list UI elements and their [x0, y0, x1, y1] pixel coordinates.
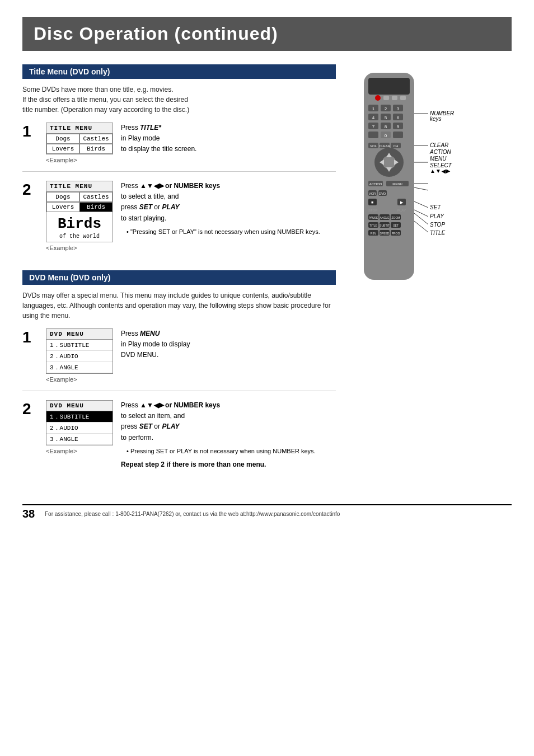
svg-text:1: 1 [372, 106, 375, 111]
page-number: 38 [22, 508, 39, 520]
svg-text:ANGLE: ANGLE [380, 216, 390, 219]
right-column: 1 2 3 4 5 6 7 8 9 0 VOL CLEAR CH [347, 64, 470, 487]
menu-key: MENU [140, 330, 160, 337]
footer-contact: For assistance, please call : 1-800-211-… [45, 511, 340, 517]
svg-text:MENU: MENU [392, 182, 402, 186]
step2-description: Press ▲▼◀▶ or NUMBER keys to select a ti… [121, 181, 336, 237]
svg-rect-3 [383, 96, 389, 100]
step2-screen-wrapper: TITLE MENU Dogs Castles Lovers Birds Bir… [46, 181, 113, 251]
dvd-item-1: 1．SUBTITLE [46, 340, 113, 351]
step2-big-birds: Birds [46, 212, 113, 233]
svg-text:9: 9 [397, 124, 400, 129]
svg-text:▲▼◀▶: ▲▼◀▶ [430, 168, 451, 174]
svg-text:MENU: MENU [430, 156, 447, 162]
dvd-step1-example: <Example> [46, 376, 113, 383]
dvd2-play-key: PLAY [162, 422, 179, 430]
step1-screen-grid: Dogs Castles Lovers Birds [46, 134, 113, 154]
s2-cell-birds: Birds [79, 202, 113, 212]
dvd-step2: 2 DVD MENU 1．SUBTITLE 2．AUDIO 3．ANGLE <E… [22, 400, 336, 478]
dvd-step2-screen-wrapper: DVD MENU 1．SUBTITLE 2．AUDIO 3．ANGLE <Exa… [46, 400, 113, 454]
section-dvd-menu: DVD Menu (DVD only) DVDs may offer a spe… [22, 270, 336, 478]
step1: 1 TITLE MENU Dogs Castles Lovers Birds [22, 123, 336, 172]
screen-cell-lovers: Lovers [46, 144, 79, 154]
page-footer: 38 For assistance, please call : 1-800-2… [22, 504, 512, 520]
dvd2-item-2: 2．AUDIO [46, 422, 113, 434]
step1-screen: TITLE MENU Dogs Castles Lovers Birds [46, 123, 113, 154]
svg-text:CH: CH [394, 144, 399, 148]
svg-text:2: 2 [385, 106, 387, 111]
step1-description: Press TITLE* in Play mode to display the… [121, 123, 336, 155]
step1-example: <Example> [46, 157, 113, 163]
dvd-step1-screen-title: DVD MENU [46, 329, 113, 340]
s2-cell-dogs: Dogs [46, 192, 79, 202]
svg-text:ACTION: ACTION [369, 182, 382, 186]
svg-text:CLEAR: CLEAR [430, 142, 448, 148]
dvd2-item-1: 1．SUBTITLE [46, 411, 113, 422]
dvd-step1-screen: DVD MENU 1．SUBTITLE 2．AUDIO 3．ANGLE [46, 328, 113, 374]
svg-text:DVD: DVD [379, 192, 386, 195]
dvd2-set-key: SET [139, 422, 152, 430]
page: Disc Operation (continued) Title Menu (D… [0, 0, 534, 756]
section-title-menu-header: Title Menu (DVD only) [22, 64, 336, 79]
dvd-step2-screen-title: DVD MENU [46, 401, 113, 411]
svg-rect-15 [368, 132, 378, 138]
step1-screen-wrapper: TITLE MENU Dogs Castles Lovers Birds <Ex… [46, 123, 113, 163]
dvd2-arrows-key: ▲▼◀▶ [140, 401, 163, 409]
svg-text:7: 7 [372, 124, 375, 129]
svg-text:SET: SET [430, 204, 441, 210]
dvd-step1-description: Press MENU in Play mode to display DVD M… [121, 328, 336, 361]
svg-point-35 [382, 156, 396, 169]
svg-text:5: 5 [385, 115, 387, 120]
dvd-item-3: 3．ANGLE [46, 362, 113, 373]
arrows-key: ▲▼◀▶ [140, 182, 163, 190]
svg-text:PROG: PROG [392, 232, 400, 235]
dvd-step2-repeat: Repeat step 2 if there is more than one … [121, 459, 336, 470]
remote-wrapper: 1 2 3 4 5 6 7 8 9 0 VOL CLEAR CH [347, 70, 459, 307]
svg-text:PLAY: PLAY [397, 209, 406, 212]
svg-text:VCR: VCR [369, 192, 376, 195]
svg-line-78 [414, 210, 428, 217]
svg-text:■: ■ [371, 200, 373, 204]
main-title: Disc Operation (continued) [22, 17, 512, 51]
svg-text:0: 0 [385, 133, 387, 138]
step2: 2 TITLE MENU Dogs Castles Lovers Birds [22, 181, 336, 259]
step2-content: TITLE MENU Dogs Castles Lovers Birds Bir… [46, 181, 336, 251]
dvd-step2-screen: DVD MENU 1．SUBTITLE 2．AUDIO 3．ANGLE [46, 400, 113, 445]
step1-screen-title: TITLE MENU [46, 123, 113, 134]
svg-text:SUBTIT: SUBTIT [380, 224, 390, 227]
svg-text:REV: REV [371, 232, 377, 235]
svg-text:STOP: STOP [368, 209, 377, 212]
dvd2-number-keys-label: or NUMBER keys [163, 401, 220, 409]
svg-text:4: 4 [372, 115, 375, 120]
dvd-step1-screen-wrapper: DVD MENU 1．SUBTITLE 2．AUDIO 3．ANGLE <Exa… [46, 328, 113, 383]
svg-rect-5 [400, 96, 406, 100]
dvd-step1-content: DVD MENU 1．SUBTITLE 2．AUDIO 3．ANGLE <Exa… [46, 328, 336, 383]
section-title-menu-intro: Some DVDs have more than one title, e.g.… [22, 84, 336, 115]
svg-text:STOP: STOP [430, 222, 445, 228]
screen-cell-castles: Castles [79, 134, 113, 144]
svg-text:TITLE: TITLE [369, 224, 377, 227]
left-column: Title Menu (DVD only) Some DVDs have mor… [22, 64, 336, 487]
content-area: Title Menu (DVD only) Some DVDs have mor… [22, 64, 512, 487]
svg-text:VOL: VOL [370, 144, 377, 148]
dvd-step2-example: <Example> [46, 448, 113, 454]
svg-text:8: 8 [385, 124, 387, 129]
dvd-step1-number: 1 [22, 330, 38, 383]
svg-text:ZOOM: ZOOM [392, 216, 400, 219]
step2-screen: TITLE MENU Dogs Castles Lovers Birds Bir… [46, 181, 113, 242]
svg-point-2 [375, 95, 381, 101]
svg-text:SPEED: SPEED [380, 232, 390, 235]
step1-number: 1 [22, 124, 38, 163]
screen-cell-birds: Birds [79, 144, 113, 154]
svg-text:6: 6 [397, 115, 400, 120]
svg-line-75 [414, 187, 428, 190]
svg-text:3: 3 [397, 106, 400, 111]
dvd-step1: 1 DVD MENU 1．SUBTITLE 2．AUDIO 3．ANGLE <E… [22, 328, 336, 391]
section-title-menu: Title Menu (DVD only) Some DVDs have mor… [22, 64, 336, 259]
dvd-step2-number: 2 [22, 401, 38, 471]
dvd-step2-description: Press ▲▼◀▶ or NUMBER keys to select an i… [121, 400, 336, 471]
svg-text:SET: SET [393, 224, 399, 227]
svg-line-77 [414, 201, 428, 208]
svg-rect-1 [368, 78, 410, 95]
svg-text:ACTION: ACTION [429, 149, 452, 155]
